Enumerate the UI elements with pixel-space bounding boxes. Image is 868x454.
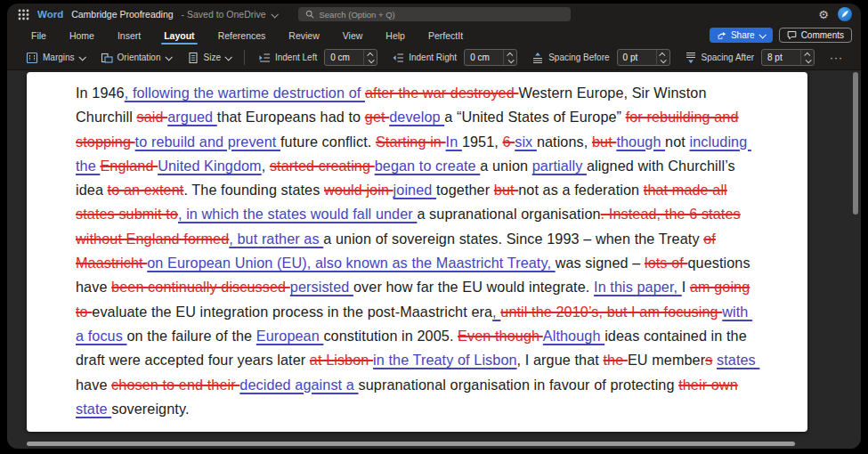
text-run: 1951, <box>462 134 503 150</box>
app-launcher-icon[interactable] <box>18 9 29 20</box>
chevron-down-icon <box>758 31 766 38</box>
orientation-icon <box>101 52 113 64</box>
menu-bar: FileHomeInsertLayoutReferencesReviewView… <box>7 25 861 45</box>
document-line[interactable]: to evaluate the EU integration process i… <box>76 300 795 324</box>
spacing-before-stepper[interactable] <box>656 50 669 65</box>
menu-item-help[interactable]: Help <box>374 25 417 45</box>
ribbon-overflow-button[interactable]: ··· <box>823 52 850 64</box>
share-icon <box>718 31 726 40</box>
document-line[interactable]: states submit to, in which the states wo… <box>76 202 795 226</box>
horizontal-scrollbar[interactable] <box>27 442 795 446</box>
search-input[interactable]: Search (Option + Q) <box>298 7 571 21</box>
share-button-label: Share <box>731 30 755 40</box>
deleted-text-run: but <box>494 182 518 198</box>
menu-items: FileHomeInsertLayoutReferencesReviewView… <box>20 25 475 45</box>
deleted-text-run: to an extent <box>108 182 184 198</box>
text-run: draft were accepted four years later <box>76 352 310 368</box>
indent-left-stepper[interactable] <box>363 50 377 65</box>
orientation-button[interactable]: Orientation <box>94 48 177 67</box>
orientation-label: Orientation <box>118 53 161 62</box>
document-line[interactable]: have been continually discussed persiste… <box>76 275 795 299</box>
vertical-scrollbar[interactable] <box>853 72 858 215</box>
spacing-after-input[interactable]: 8 pt <box>761 49 815 66</box>
text-run: a “United States of Europe” <box>444 109 625 125</box>
size-button[interactable]: Size <box>181 48 237 67</box>
document-line[interactable]: a focus on the failure of the European c… <box>76 324 795 348</box>
document-page[interactable]: In 1946, following the wartime destructi… <box>27 72 807 432</box>
document-line[interactable]: Maastricht on European Union (EU), also … <box>76 251 795 275</box>
inserted-text-run: states <box>717 352 759 368</box>
inserted-text-run: , but rather as <box>229 231 323 247</box>
quill-icon <box>840 10 849 19</box>
deleted-text-run: Maastricht <box>76 255 147 271</box>
deleted-text-run: 6 <box>502 134 515 150</box>
ribbon-divider <box>244 50 245 65</box>
menu-item-perfectit[interactable]: PerfectIt <box>417 25 475 45</box>
document-line[interactable]: stopping to rebuild and prevent future c… <box>76 130 795 154</box>
deleted-text-run: started creating <box>270 158 375 174</box>
top-bar: Word Cambridge Proofreading - Saved to O… <box>7 4 861 25</box>
inserted-text-run: though <box>616 134 665 150</box>
deleted-text-run: would join <box>324 182 393 198</box>
text-run: over how far the EU would integrate. <box>353 279 594 295</box>
deleted-text-run: Even though <box>458 328 543 344</box>
deleted-text-run: the <box>604 352 628 368</box>
gear-icon[interactable]: ⚙ <box>818 9 829 20</box>
chevron-down-icon <box>78 53 85 61</box>
text-run: . The founding states <box>183 182 324 198</box>
text-run: EU member <box>628 352 705 368</box>
text-run: Churchill <box>76 109 136 125</box>
text-run: a union <box>480 158 531 174</box>
document-canvas: In 1946, following the wartime destructi… <box>7 70 861 449</box>
text-run: sovereignty. <box>111 401 189 417</box>
text-run: questions <box>687 255 750 271</box>
spacing-after-stepper[interactable] <box>800 50 814 65</box>
share-button[interactable]: Share <box>710 28 773 43</box>
spacing-before-label: Spacing Before <box>525 52 612 64</box>
document-line[interactable]: Churchill said argued that Europeans had… <box>76 105 795 129</box>
document-line[interactable]: draft were accepted four years later at … <box>76 348 795 372</box>
menu-item-file[interactable]: File <box>20 25 58 45</box>
inserted-text-run: , <box>492 304 500 320</box>
text-run: supranational organisation in favour of … <box>359 377 679 393</box>
menu-item-home[interactable]: Home <box>58 25 106 45</box>
document-line[interactable]: idea to an extent. The founding states w… <box>76 178 795 202</box>
document-line[interactable]: state sovereignty. <box>76 397 795 421</box>
title-separator: - <box>182 9 185 20</box>
deleted-text-run: after the war destroyed <box>365 85 518 101</box>
menu-item-review[interactable]: Review <box>277 25 330 45</box>
document-line[interactable]: In 1946, following the wartime destructi… <box>76 81 795 105</box>
indent-right-text: Indent Right <box>409 53 457 62</box>
comments-button-label: Comments <box>801 30 844 40</box>
margins-button[interactable]: Margins <box>20 48 91 67</box>
document-title[interactable]: Cambridge Proofreading <box>71 9 173 20</box>
inserted-text-run: decided against a <box>239 377 358 393</box>
app-name[interactable]: Word <box>37 9 63 20</box>
size-icon <box>187 52 199 64</box>
inserted-text-run: develop <box>389 109 444 125</box>
avatar[interactable] <box>838 7 852 21</box>
deleted-text-run: Starting in <box>376 134 446 150</box>
layout-ribbon: Margins Orientation Size Indent Left 0 c… <box>7 45 861 70</box>
deleted-text-run: England <box>100 158 158 174</box>
document-line[interactable]: the England United Kingdom, started crea… <box>76 154 795 178</box>
indent-left-input[interactable]: 0 cm <box>324 49 377 66</box>
spacing-before-text: Spacing Before <box>548 53 609 62</box>
menu-item-references[interactable]: References <box>207 25 278 45</box>
deleted-text-run: lots of <box>645 255 688 271</box>
margins-icon <box>26 52 38 64</box>
menu-item-layout[interactable]: Layout <box>152 25 206 45</box>
text-run: a union of sovereign states. Since 1993 … <box>323 231 703 247</box>
menu-item-insert[interactable]: Insert <box>106 25 152 45</box>
indent-right-stepper[interactable] <box>503 50 516 65</box>
deleted-text-run: been continually discussed <box>111 279 290 295</box>
indent-right-input[interactable]: 0 cm <box>464 49 517 66</box>
menu-item-view[interactable]: View <box>331 25 375 45</box>
document-line[interactable]: without England formed, but rather as a … <box>76 227 795 251</box>
spacing-before-input[interactable]: 0 pt <box>617 49 670 66</box>
indent-right-icon <box>392 52 404 64</box>
inserted-text-run: , following the wartime destruction of <box>125 85 365 101</box>
comments-button[interactable]: Comments <box>779 28 852 43</box>
document-line[interactable]: have chosen to end their decided against… <box>76 373 795 397</box>
saved-status[interactable]: - Saved to OneDrive <box>182 9 277 20</box>
